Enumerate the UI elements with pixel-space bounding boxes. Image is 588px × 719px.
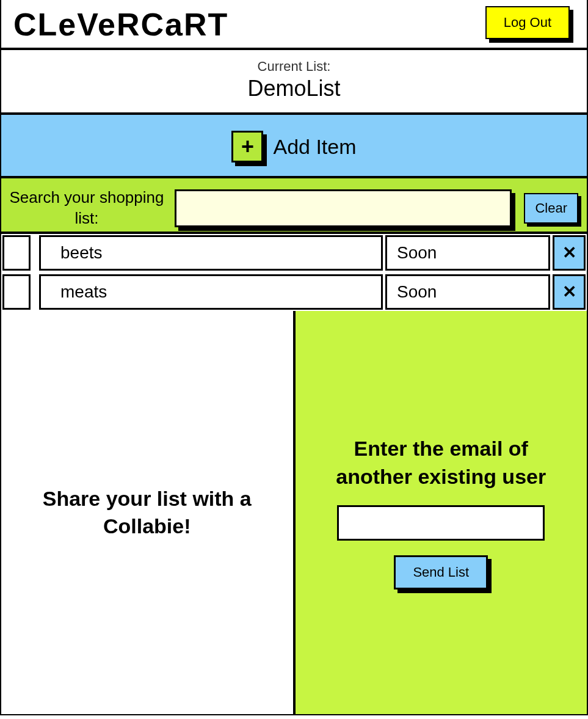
search-input[interactable] [175, 189, 512, 227]
list-item: meats Soon ✕ [1, 273, 587, 311]
search-bar: Search your shopping list: Clear [1, 178, 587, 232]
share-email-input[interactable] [337, 505, 545, 541]
share-right-panel: Enter the email of another existing user… [293, 311, 587, 714]
item-checkbox[interactable] [2, 235, 31, 271]
header: CLeVeRCaRT Log Out [1, 0, 587, 50]
logo: CLeVeRCaRT [13, 6, 228, 43]
item-name: meats [39, 274, 383, 310]
list-items: beets Soon ✕ meats Soon ✕ [1, 232, 587, 311]
delete-item-button[interactable]: ✕ [553, 274, 586, 310]
send-list-button[interactable]: Send List [394, 555, 488, 589]
clear-button[interactable]: Clear [524, 193, 578, 224]
logout-button[interactable]: Log Out [485, 6, 570, 39]
delete-item-button[interactable]: ✕ [553, 235, 586, 271]
item-checkbox[interactable] [2, 274, 31, 310]
share-left-panel: Share your list with a Collabie! [1, 311, 293, 714]
share-section: Share your list with a Collabie! Enter t… [1, 311, 587, 714]
current-list-name: DemoList [1, 76, 587, 101]
add-item-label: Add Item [273, 135, 356, 159]
item-status: Soon [385, 274, 550, 310]
plus-icon[interactable]: + [231, 131, 263, 162]
list-item: beets Soon ✕ [1, 234, 587, 272]
share-title: Share your list with a Collabie! [20, 485, 275, 539]
item-status: Soon [385, 235, 550, 271]
share-prompt: Enter the email of another existing user [314, 435, 569, 491]
current-list-label: Current List: [1, 59, 587, 75]
add-item-bar[interactable]: + Add Item [1, 115, 587, 178]
search-label: Search your shopping list: [7, 188, 166, 229]
app-container: CLeVeRCaRT Log Out Current List: DemoLis… [0, 0, 588, 715]
item-name: beets [39, 235, 383, 271]
current-list-section: Current List: DemoList [1, 50, 587, 115]
